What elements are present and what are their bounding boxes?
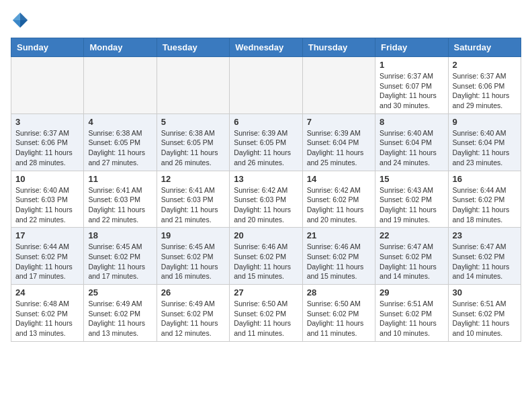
day-number: 19 [161, 230, 225, 240]
calendar-cell: 28Sunrise: 6:50 AMSunset: 6:02 PMDayligh… [302, 285, 375, 342]
day-info: Sunrise: 6:44 AMSunset: 6:02 PMDaylight:… [15, 242, 79, 281]
calendar-cell [84, 57, 157, 114]
svg-marker-2 [13, 20, 20, 28]
day-info: Sunrise: 6:47 AMSunset: 6:02 PMDaylight:… [380, 242, 443, 281]
calendar-header-wednesday: Wednesday [230, 38, 302, 57]
day-number: 13 [234, 174, 298, 184]
day-info: Sunrise: 6:44 AMSunset: 6:02 PMDaylight:… [453, 185, 517, 225]
day-info: Sunrise: 6:46 AMSunset: 6:02 PMDaylight:… [234, 242, 298, 281]
calendar-cell [11, 57, 84, 114]
calendar-cell: 6Sunrise: 6:39 AMSunset: 6:05 PMDaylight… [230, 113, 302, 171]
calendar-cell: 23Sunrise: 6:47 AMSunset: 6:02 PMDayligh… [448, 228, 521, 285]
page-header [11, 11, 521, 30]
calendar-cell: 25Sunrise: 6:49 AMSunset: 6:02 PMDayligh… [84, 285, 157, 342]
day-number: 22 [380, 230, 443, 240]
calendar-cell: 18Sunrise: 6:45 AMSunset: 6:02 PMDayligh… [84, 228, 157, 285]
day-info: Sunrise: 6:37 AMSunset: 6:06 PMDaylight:… [453, 71, 517, 111]
day-info: Sunrise: 6:49 AMSunset: 6:02 PMDaylight:… [88, 299, 152, 338]
day-number: 23 [453, 230, 517, 240]
day-number: 9 [453, 117, 517, 127]
day-info: Sunrise: 6:42 AMSunset: 6:03 PMDaylight:… [234, 185, 298, 225]
day-number: 4 [88, 117, 152, 127]
calendar-header-friday: Friday [375, 38, 448, 57]
calendar-cell [157, 57, 229, 114]
day-number: 6 [234, 117, 298, 127]
day-number: 14 [307, 174, 371, 184]
calendar-cell: 2Sunrise: 6:37 AMSunset: 6:06 PMDaylight… [448, 57, 521, 114]
calendar-cell [302, 57, 375, 114]
calendar-week-4: 17Sunrise: 6:44 AMSunset: 6:02 PMDayligh… [11, 228, 521, 285]
calendar-header-saturday: Saturday [448, 38, 521, 57]
day-info: Sunrise: 6:39 AMSunset: 6:05 PMDaylight:… [234, 128, 298, 168]
calendar-cell: 8Sunrise: 6:40 AMSunset: 6:04 PMDaylight… [375, 113, 448, 171]
day-info: Sunrise: 6:50 AMSunset: 6:02 PMDaylight:… [307, 299, 371, 338]
day-info: Sunrise: 6:47 AMSunset: 6:02 PMDaylight:… [453, 242, 517, 281]
day-number: 12 [161, 174, 225, 184]
calendar-cell: 1Sunrise: 6:37 AMSunset: 6:07 PMDaylight… [375, 57, 448, 114]
day-number: 21 [307, 230, 371, 240]
day-number: 18 [88, 230, 152, 240]
calendar-cell: 11Sunrise: 6:41 AMSunset: 6:03 PMDayligh… [84, 171, 157, 228]
svg-marker-0 [20, 13, 28, 20]
calendar-table: SundayMondayTuesdayWednesdayThursdayFrid… [11, 38, 521, 342]
calendar-cell: 13Sunrise: 6:42 AMSunset: 6:03 PMDayligh… [230, 171, 302, 228]
calendar-cell: 15Sunrise: 6:43 AMSunset: 6:02 PMDayligh… [375, 171, 448, 228]
calendar-week-1: 1Sunrise: 6:37 AMSunset: 6:07 PMDaylight… [11, 57, 521, 114]
day-number: 10 [15, 174, 79, 184]
calendar-cell: 20Sunrise: 6:46 AMSunset: 6:02 PMDayligh… [230, 228, 302, 285]
day-info: Sunrise: 6:43 AMSunset: 6:02 PMDaylight:… [380, 185, 443, 225]
day-number: 26 [161, 287, 225, 298]
calendar-cell: 17Sunrise: 6:44 AMSunset: 6:02 PMDayligh… [11, 228, 84, 285]
day-info: Sunrise: 6:39 AMSunset: 6:04 PMDaylight:… [307, 128, 371, 168]
day-number: 7 [307, 117, 371, 127]
day-info: Sunrise: 6:51 AMSunset: 6:02 PMDaylight:… [453, 299, 517, 338]
calendar-header-row: SundayMondayTuesdayWednesdayThursdayFrid… [11, 38, 521, 57]
day-info: Sunrise: 6:45 AMSunset: 6:02 PMDaylight:… [88, 242, 152, 281]
day-info: Sunrise: 6:40 AMSunset: 6:04 PMDaylight:… [380, 128, 443, 168]
calendar-cell: 4Sunrise: 6:38 AMSunset: 6:05 PMDaylight… [84, 113, 157, 171]
calendar-cell: 9Sunrise: 6:40 AMSunset: 6:04 PMDaylight… [448, 113, 521, 171]
calendar-cell: 12Sunrise: 6:41 AMSunset: 6:03 PMDayligh… [157, 171, 229, 228]
day-info: Sunrise: 6:45 AMSunset: 6:02 PMDaylight:… [161, 242, 225, 281]
calendar-header-monday: Monday [84, 38, 157, 57]
svg-marker-3 [20, 20, 28, 28]
day-number: 5 [161, 117, 225, 127]
calendar-cell: 21Sunrise: 6:46 AMSunset: 6:02 PMDayligh… [302, 228, 375, 285]
calendar-week-3: 10Sunrise: 6:40 AMSunset: 6:03 PMDayligh… [11, 171, 521, 228]
day-number: 2 [453, 60, 517, 70]
day-number: 11 [88, 174, 152, 184]
day-number: 3 [15, 117, 79, 127]
day-number: 15 [380, 174, 443, 184]
calendar-cell: 26Sunrise: 6:49 AMSunset: 6:02 PMDayligh… [157, 285, 229, 342]
day-info: Sunrise: 6:50 AMSunset: 6:02 PMDaylight:… [234, 299, 298, 338]
day-info: Sunrise: 6:40 AMSunset: 6:03 PMDaylight:… [15, 185, 79, 225]
day-number: 30 [453, 287, 517, 298]
logo-icon [11, 11, 30, 30]
day-number: 29 [380, 287, 443, 298]
calendar-header-tuesday: Tuesday [157, 38, 229, 57]
day-info: Sunrise: 6:40 AMSunset: 6:04 PMDaylight:… [453, 128, 517, 168]
calendar-cell: 7Sunrise: 6:39 AMSunset: 6:04 PMDaylight… [302, 113, 375, 171]
day-info: Sunrise: 6:38 AMSunset: 6:05 PMDaylight:… [161, 128, 225, 168]
calendar-cell: 10Sunrise: 6:40 AMSunset: 6:03 PMDayligh… [11, 171, 84, 228]
calendar-cell: 19Sunrise: 6:45 AMSunset: 6:02 PMDayligh… [157, 228, 229, 285]
day-info: Sunrise: 6:41 AMSunset: 6:03 PMDaylight:… [88, 185, 152, 225]
day-number: 20 [234, 230, 298, 240]
logo [11, 11, 32, 30]
day-number: 1 [380, 60, 443, 70]
calendar-cell: 3Sunrise: 6:37 AMSunset: 6:06 PMDaylight… [11, 113, 84, 171]
day-info: Sunrise: 6:51 AMSunset: 6:02 PMDaylight:… [380, 299, 443, 338]
calendar-cell: 22Sunrise: 6:47 AMSunset: 6:02 PMDayligh… [375, 228, 448, 285]
svg-marker-1 [13, 13, 20, 20]
day-number: 17 [15, 230, 79, 240]
day-info: Sunrise: 6:41 AMSunset: 6:03 PMDaylight:… [161, 185, 225, 225]
calendar-cell: 29Sunrise: 6:51 AMSunset: 6:02 PMDayligh… [375, 285, 448, 342]
day-info: Sunrise: 6:42 AMSunset: 6:02 PMDaylight:… [307, 185, 371, 225]
calendar-cell: 5Sunrise: 6:38 AMSunset: 6:05 PMDaylight… [157, 113, 229, 171]
day-number: 28 [307, 287, 371, 298]
calendar-week-2: 3Sunrise: 6:37 AMSunset: 6:06 PMDaylight… [11, 113, 521, 171]
calendar-cell: 14Sunrise: 6:42 AMSunset: 6:02 PMDayligh… [302, 171, 375, 228]
calendar-cell: 24Sunrise: 6:48 AMSunset: 6:02 PMDayligh… [11, 285, 84, 342]
day-info: Sunrise: 6:46 AMSunset: 6:02 PMDaylight:… [307, 242, 371, 281]
day-info: Sunrise: 6:37 AMSunset: 6:06 PMDaylight:… [15, 128, 79, 168]
